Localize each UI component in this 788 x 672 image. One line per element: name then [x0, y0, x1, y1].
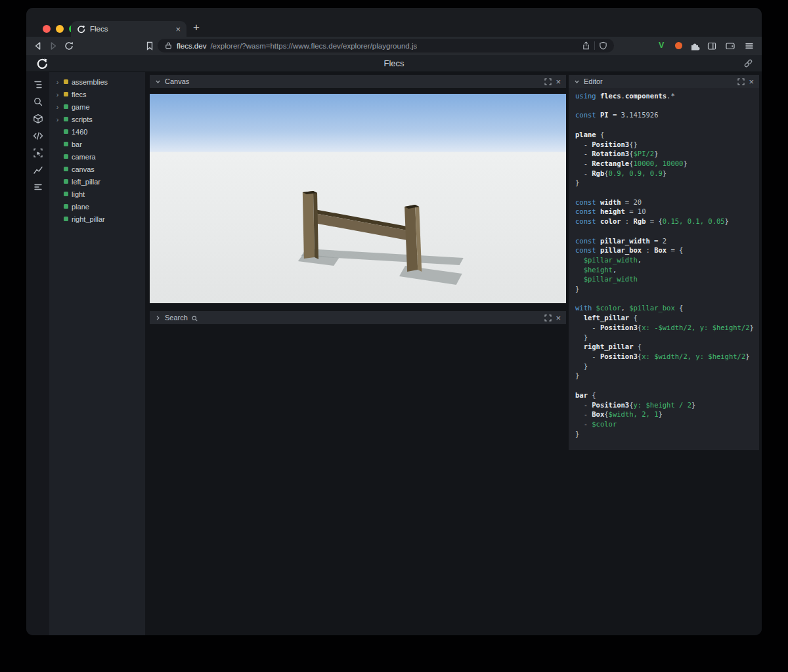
- tree-item[interactable]: ›scripts: [49, 113, 145, 125]
- right-pillar-mesh: [405, 205, 422, 272]
- tree-item[interactable]: plane: [49, 200, 145, 213]
- code-line: - Position3{x: $width/2, y: $height/2}: [575, 352, 759, 362]
- code-line: const pillar_box : Box = {: [575, 245, 759, 255]
- expand-arrow-icon[interactable]: ›: [55, 78, 60, 86]
- code-line: $pillar_width,: [575, 255, 759, 265]
- browser-toolbar: flecs.dev /explorer/?wasm=https://www.fl…: [26, 37, 762, 55]
- close-icon[interactable]: ×: [749, 77, 754, 86]
- entity-tree-icon[interactable]: [33, 79, 43, 90]
- scene-geometry: [150, 94, 566, 303]
- sidebar-toggle-icon[interactable]: [707, 41, 717, 51]
- inspect-icon[interactable]: [33, 148, 43, 158]
- forward-button[interactable]: [48, 41, 58, 51]
- v-extension-icon[interactable]: V: [659, 41, 664, 50]
- expand-icon[interactable]: [737, 78, 745, 85]
- code-line: - Box{$width, 2, 1}: [575, 410, 759, 419]
- canvas-3d-view[interactable]: [150, 94, 566, 303]
- editor-panel-title: Editor: [584, 77, 603, 85]
- search-icon[interactable]: [33, 96, 43, 107]
- tree-item[interactable]: ›game: [49, 100, 145, 113]
- tree-item[interactable]: bar: [49, 138, 145, 150]
- code-line: $pillar_width: [575, 274, 759, 284]
- tree-item[interactable]: 1460: [49, 125, 145, 138]
- url-domain: flecs.dev: [177, 42, 206, 50]
- chevron-down-icon[interactable]: [574, 79, 580, 85]
- bar-mesh: [315, 209, 407, 240]
- link-icon[interactable]: [743, 58, 753, 68]
- reload-button[interactable]: [64, 41, 74, 51]
- entity-label: left_pillar: [72, 178, 100, 186]
- editor-panel-header: Editor ×: [569, 75, 759, 88]
- tab-strip: Flecs × +: [26, 8, 762, 37]
- new-tab-button[interactable]: +: [193, 22, 200, 33]
- editor-code[interactable]: using flecs.components.* const PI = 3.14…: [569, 88, 759, 450]
- search-panel-title: Search: [165, 314, 188, 322]
- expand-arrow-icon[interactable]: ›: [55, 116, 60, 123]
- code-line: plane {: [575, 130, 759, 140]
- app-content: ›assemblies›flecs›game›scripts1460barcam…: [26, 72, 762, 635]
- chevron-down-icon[interactable]: [155, 79, 161, 85]
- entity-label: scripts: [72, 116, 93, 123]
- back-button[interactable]: [33, 41, 43, 51]
- close-window-button[interactable]: [43, 25, 51, 33]
- flecs-favicon-icon: [77, 25, 85, 33]
- share-icon[interactable]: [582, 41, 590, 50]
- entity-label: assemblies: [72, 78, 108, 86]
- lock-icon: [164, 41, 173, 50]
- entity-color-dot: [64, 167, 68, 171]
- puzzle-icon[interactable]: [690, 41, 700, 51]
- stats-icon[interactable]: [33, 182, 43, 192]
- orange-dot-extension-icon[interactable]: [675, 42, 682, 49]
- code-line: const height = 10: [575, 207, 759, 217]
- expand-arrow-icon[interactable]: ›: [55, 103, 60, 111]
- magnifier-icon: [192, 315, 198, 321]
- chevron-right-icon[interactable]: [155, 315, 161, 321]
- entity-label: light: [72, 190, 85, 198]
- expand-icon[interactable]: [544, 78, 552, 85]
- code-icon[interactable]: [33, 131, 43, 141]
- expand-icon[interactable]: [544, 314, 552, 322]
- tree-item[interactable]: ›assemblies: [49, 75, 145, 88]
- close-icon[interactable]: ×: [556, 314, 561, 322]
- tree-item[interactable]: ›flecs: [49, 88, 145, 100]
- browser-tab[interactable]: Flecs ×: [71, 21, 186, 37]
- chart-icon[interactable]: [33, 165, 43, 175]
- cube-icon[interactable]: [33, 114, 43, 124]
- app-header: Flecs: [26, 55, 762, 72]
- tree-item[interactable]: light: [49, 188, 145, 200]
- code-line: right_pillar {: [575, 342, 759, 352]
- entity-color-dot: [64, 179, 68, 184]
- entity-color-dot: [64, 192, 68, 196]
- entity-color-dot: [64, 92, 68, 96]
- bookmark-icon[interactable]: [144, 41, 155, 51]
- close-icon[interactable]: ×: [556, 77, 561, 86]
- tree-item[interactable]: left_pillar: [49, 175, 145, 188]
- code-line: [575, 101, 759, 111]
- tree-item[interactable]: camera: [49, 150, 145, 163]
- code-line: - Position3{y: $height / 2}: [575, 400, 759, 410]
- code-line: const pillar_width = 2: [575, 236, 759, 246]
- shield-icon[interactable]: [599, 41, 607, 50]
- tab-close-icon[interactable]: ×: [175, 25, 181, 33]
- entity-label: camera: [72, 153, 96, 161]
- menu-icon[interactable]: [744, 41, 755, 51]
- expand-arrow-icon[interactable]: ›: [55, 91, 60, 98]
- entity-label: plane: [72, 203, 89, 211]
- entity-color-dot: [64, 129, 68, 134]
- code-line: bar {: [575, 390, 759, 400]
- code-line: }: [575, 362, 759, 371]
- wallet-icon[interactable]: [725, 41, 735, 51]
- main-column: Canvas ×: [145, 72, 569, 635]
- minimize-window-button[interactable]: [56, 25, 64, 33]
- tree-item[interactable]: right_pillar: [49, 213, 145, 225]
- code-line: - Position3{x: -$width/2, y: $height/2}: [575, 323, 759, 333]
- entity-color-dot: [64, 154, 68, 159]
- shadow-mesh: [298, 249, 464, 285]
- entity-label: 1460: [72, 128, 87, 136]
- entity-label: canvas: [72, 165, 95, 173]
- tree-item[interactable]: canvas: [49, 163, 145, 175]
- entity-color-dot: [64, 142, 68, 146]
- address-bar[interactable]: flecs.dev /explorer/?wasm=https://www.fl…: [158, 39, 614, 52]
- divider: [594, 41, 595, 50]
- code-line: const PI = 3.1415926: [575, 110, 759, 120]
